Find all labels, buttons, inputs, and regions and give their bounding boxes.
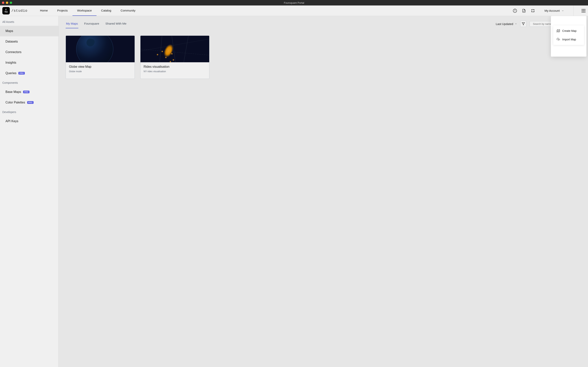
sidebar-item-datasets[interactable]: Datasets — [0, 36, 58, 47]
sidebar-item-insights[interactable]: Insights — [0, 57, 58, 68]
filter-icon — [522, 22, 525, 25]
sidebar-item-connectors[interactable]: Connectors — [0, 47, 58, 57]
logo-line2: SQ — [4, 11, 8, 13]
content-tabs: My Maps Foursquare Shared With Me — [66, 19, 127, 28]
map-card[interactable]: Globe view Map Globe mode — [66, 35, 135, 79]
nav-projects[interactable]: Projects — [52, 6, 72, 16]
dropdown-item-label: Create Map — [562, 29, 577, 33]
window-titlebar: Foursquare Portal — [0, 0, 588, 6]
sidebar-item-maps[interactable]: Maps — [0, 26, 58, 36]
close-window-button[interactable] — [2, 1, 4, 4]
dropdown-create-map[interactable]: Create Map — [553, 26, 584, 35]
card-title: Globe view Map — [69, 65, 131, 68]
tab-foursquare[interactable]: Foursquare — [84, 19, 100, 28]
sidebar-item-label: Connectors — [6, 50, 21, 54]
logo-mark: F SQ — [2, 7, 10, 15]
tab-my-maps[interactable]: My Maps — [66, 19, 78, 28]
nav-community[interactable]: Community — [116, 6, 140, 16]
card-subtitle: NY rides visualisation — [144, 70, 206, 73]
cards-grid: Globe view Map Globe mode Rides visualis… — [66, 35, 581, 79]
card-body: Globe view Map Globe mode — [66, 62, 135, 79]
map-card[interactable]: Rides visualisation NY rides visualisati… — [140, 35, 209, 79]
chevron-down-icon — [562, 9, 564, 12]
dropdown-menu: Create Map Import Map — [553, 25, 584, 45]
card-thumbnail — [140, 36, 209, 62]
nav-workspace[interactable]: Workspace — [72, 6, 96, 16]
sidebar-item-label: Maps — [6, 29, 13, 33]
chevron-down-icon — [515, 23, 517, 25]
pro-badge: PRO — [27, 101, 34, 104]
tab-shared[interactable]: Shared With Me — [105, 19, 127, 28]
slack-icon[interactable] — [531, 8, 535, 13]
sort-label: Last Updated — [496, 22, 513, 25]
content-toolbar: My Maps Foursquare Shared With Me Last U… — [66, 19, 581, 28]
dropdown-item-label: Import Map — [562, 38, 576, 41]
pro-badge: PRO — [18, 72, 25, 75]
app-body: All Assets Maps Datasets Connectors Insi… — [0, 16, 588, 367]
minimize-window-button[interactable] — [6, 1, 8, 4]
window-title: Foursquare Portal — [284, 1, 304, 4]
card-body: Rides visualisation NY rides visualisati… — [140, 62, 209, 79]
add-dropdown-panel: Create Map Import Map — [551, 16, 587, 57]
sidebar-item-color-palettes[interactable]: Color Palettes PRO — [0, 97, 58, 108]
logo-text: /studio — [11, 9, 27, 13]
sidebar-section-developers: Developers — [0, 108, 58, 116]
nav-catalog[interactable]: Catalog — [96, 6, 116, 16]
sort-dropdown[interactable]: Last Updated — [496, 22, 517, 25]
sidebar-item-base-maps[interactable]: Base Maps PRO — [0, 87, 58, 97]
header-right: My Account — [513, 6, 586, 16]
logo[interactable]: F SQ /studio — [2, 7, 35, 15]
sidebar-item-queries[interactable]: Queries PRO — [0, 68, 58, 78]
sidebar-item-label: Queries — [6, 71, 17, 75]
card-title: Rides visualisation — [144, 65, 206, 68]
nav-home[interactable]: Home — [35, 6, 52, 16]
sidebar-item-label: Insights — [6, 61, 16, 64]
code-file-icon[interactable] — [522, 8, 526, 13]
filter-button[interactable] — [520, 21, 527, 27]
sidebar-item-label: Datasets — [6, 40, 18, 43]
account-label: My Account — [545, 9, 560, 12]
apps-grid-icon[interactable] — [581, 8, 586, 13]
app-header: F SQ /studio Home Projects Workspace Cat… — [0, 6, 588, 16]
account-dropdown[interactable]: My Account — [540, 9, 564, 12]
sidebar-section-components: Components — [0, 78, 58, 87]
info-icon[interactable] — [513, 8, 517, 13]
maximize-window-button[interactable] — [10, 1, 12, 4]
svg-point-2 — [515, 10, 515, 10]
sidebar-item-label: Color Palettes — [6, 101, 25, 104]
sidebar: All Assets Maps Datasets Connectors Insi… — [0, 16, 59, 367]
svg-marker-3 — [522, 23, 525, 25]
sidebar-item-label: API Keys — [6, 119, 18, 123]
sidebar-item-api-keys[interactable]: API Keys — [0, 116, 58, 126]
sidebar-section-all-assets: All Assets — [0, 17, 58, 26]
svg-marker-8 — [557, 29, 560, 32]
upload-icon — [557, 38, 560, 41]
main-content: My Maps Foursquare Shared With Me Last U… — [59, 16, 588, 367]
dropdown-import-map[interactable]: Import Map — [553, 35, 584, 44]
globe-graphic — [76, 36, 113, 62]
pro-badge: PRO — [23, 91, 29, 93]
card-thumbnail — [66, 36, 135, 62]
main-nav: Home Projects Workspace Catalog Communit… — [35, 6, 140, 16]
traffic-lights — [0, 1, 12, 4]
logo-line1: F — [6, 8, 7, 11]
sidebar-item-label: Base Maps — [6, 90, 21, 94]
card-subtitle: Globe mode — [69, 70, 131, 73]
roads-graphic — [140, 36, 209, 62]
map-icon — [557, 29, 560, 33]
